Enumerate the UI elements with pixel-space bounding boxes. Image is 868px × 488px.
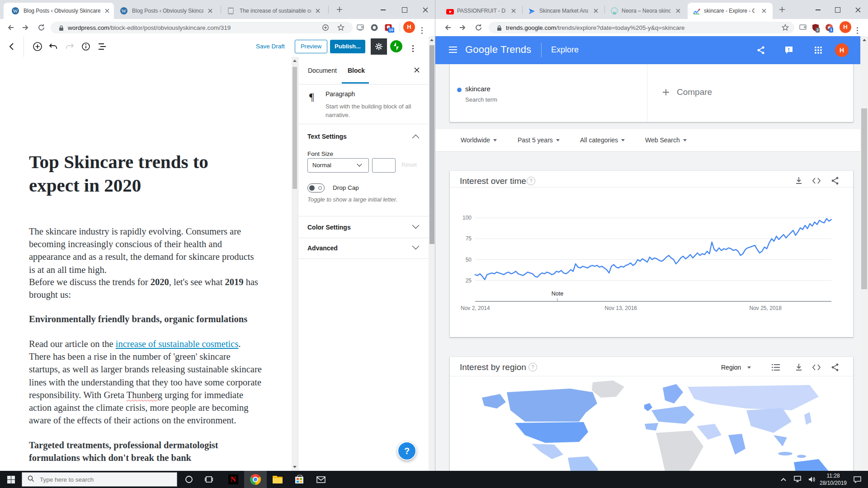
taskbar-search[interactable]	[22, 472, 177, 487]
embed-icon[interactable]	[811, 176, 821, 187]
block-inserter-icon[interactable]	[33, 42, 42, 53]
close-tab-icon[interactable]	[761, 8, 767, 14]
zoom-page-icon[interactable]	[322, 24, 329, 33]
category-filter[interactable]: All categories	[580, 136, 625, 144]
maximize-button[interactable]	[831, 5, 844, 14]
paragraph-block[interactable]: The skincare industry is rapidly evolvin…	[29, 225, 262, 276]
close-tab-icon[interactable]	[593, 8, 599, 14]
reset-button[interactable]: Reset	[401, 161, 417, 168]
preview-button[interactable]: Preview	[295, 40, 327, 53]
maximize-button[interactable]	[398, 5, 411, 14]
editor-more-menu-icon[interactable]	[412, 43, 414, 51]
scroll-up-arrow[interactable]	[863, 39, 866, 41]
chrome-taskbar-icon[interactable]	[244, 471, 267, 488]
new-tab-button[interactable]	[777, 5, 787, 14]
close-tab-icon[interactable]	[315, 8, 321, 14]
minimize-button[interactable]	[811, 5, 825, 14]
taskbar-clock[interactable]: 11:28 28/10/2019	[819, 472, 847, 487]
list-view-icon[interactable]	[772, 364, 780, 373]
netflix-taskbar-icon[interactable]: N	[223, 471, 243, 488]
minimize-button[interactable]	[376, 5, 390, 14]
chrome-menu-icon[interactable]	[421, 25, 429, 33]
new-tab-button[interactable]	[335, 5, 344, 14]
color-settings-panel-header[interactable]: Color Settings	[298, 216, 429, 238]
add-comparison-button[interactable]: Compare	[658, 86, 793, 100]
scrollbar-thumb[interactable]	[292, 67, 297, 189]
tab-blog-posts-2[interactable]: W Blog Posts ‹ Obviously Skincare –	[115, 3, 219, 19]
content-structure-icon[interactable]	[81, 42, 90, 53]
reload-icon[interactable]	[475, 23, 483, 32]
network-tray-icon[interactable]	[790, 471, 805, 488]
file-explorer-icon[interactable]	[268, 471, 288, 488]
mail-icon[interactable]	[311, 471, 331, 488]
share-icon[interactable]	[756, 46, 765, 56]
help-icon[interactable]: ?	[528, 363, 537, 371]
cortana-button[interactable]	[179, 471, 199, 488]
scrollbar-thumb[interactable]	[429, 45, 434, 244]
time-filter[interactable]: Past 5 years	[518, 136, 560, 144]
geo-filter[interactable]: Worldwide	[461, 136, 497, 144]
paragraph-block[interactable]: Read our article on the increase of sust…	[29, 338, 262, 427]
editor-scrollbar[interactable]	[292, 57, 298, 471]
google-apps-grid-icon[interactable]	[814, 46, 822, 56]
nav-explore[interactable]: Explore	[551, 45, 579, 55]
help-bubble-button[interactable]: ?	[397, 441, 416, 460]
account-avatar[interactable]: H	[835, 43, 849, 57]
scrollbar-thumb[interactable]	[861, 108, 867, 289]
dark-circle-extension-icon[interactable]	[370, 23, 378, 32]
sustainable-cosmetics-link[interactable]: increase of sustainable cosmetics	[116, 339, 239, 349]
heading-block[interactable]: Environmentally friendly brands, organic…	[29, 313, 262, 325]
scroll-down-arrow[interactable]	[293, 466, 297, 468]
tab-passionfruit[interactable]: PASSIONFRUIT - DRA	[442, 3, 521, 19]
heading-block[interactable]: Targeted treatments, professional dermat…	[29, 439, 262, 464]
redo-icon[interactable]	[65, 42, 74, 53]
microsoft-store-icon[interactable]	[289, 471, 309, 488]
volume-tray-icon[interactable]	[805, 471, 819, 488]
close-sidebar-icon[interactable]	[413, 66, 420, 75]
trends-logo[interactable]: Google Trends	[465, 44, 531, 56]
hamburger-menu-icon[interactable]	[449, 47, 457, 47]
text-settings-panel-header[interactable]: Text Settings	[298, 124, 429, 149]
close-tab-icon[interactable]	[675, 8, 681, 14]
close-tab-icon[interactable]	[104, 8, 110, 14]
close-tab-icon[interactable]	[207, 8, 213, 14]
download-icon[interactable]	[794, 176, 803, 187]
tray-expand-chevron[interactable]	[777, 471, 790, 488]
scroll-up-arrow[interactable]	[293, 60, 297, 62]
jetpack-button[interactable]	[390, 40, 402, 52]
tab-trends-active[interactable]: skincare - Explore - G	[688, 3, 773, 19]
editor-canvas[interactable]: Top Skincare trends to expect in 2020 Th…	[0, 57, 292, 471]
close-window-button[interactable]	[419, 5, 432, 14]
tab-block[interactable]: Block	[348, 67, 365, 74]
back-to-posts-icon[interactable]	[7, 42, 16, 53]
action-center-icon[interactable]	[849, 471, 865, 488]
help-icon[interactable]: ?	[527, 177, 535, 185]
back-icon[interactable]	[6, 23, 14, 32]
font-size-input[interactable]	[372, 158, 396, 173]
media-mute-extension-icon[interactable]	[799, 23, 807, 32]
drop-cap-toggle[interactable]	[307, 183, 325, 192]
settings-gear-button[interactable]	[371, 38, 387, 55]
post-title[interactable]: Top Skincare trends to expect in 2020	[29, 150, 246, 197]
feedback-icon[interactable]	[784, 46, 793, 56]
region-selector[interactable]: Region	[721, 364, 751, 371]
search-type-filter[interactable]: Web Search	[645, 136, 687, 144]
back-icon[interactable]	[443, 23, 452, 32]
tab-neora[interactable]: N Neora – Neora skincar	[606, 3, 686, 19]
publish-button[interactable]: Publish...	[330, 40, 365, 53]
reload-icon[interactable]	[38, 23, 46, 32]
font-size-select[interactable]: Normal	[307, 158, 369, 173]
save-draft-button[interactable]: Save Draft	[256, 43, 285, 50]
undo-icon[interactable]	[49, 42, 58, 53]
shield-extension-icon[interactable]: 2	[811, 23, 820, 32]
paragraph-block[interactable]: Before we discuss the trends for 2020, l…	[29, 276, 262, 301]
start-button[interactable]	[0, 471, 22, 488]
tab-sustainable-article[interactable]: The increase of sustainable cosm	[222, 3, 326, 19]
search-input[interactable]	[39, 476, 167, 483]
share-icon[interactable]	[830, 363, 840, 374]
download-icon[interactable]	[794, 363, 803, 374]
tab-skincare-market[interactable]: Skincare Market Analy	[524, 3, 604, 19]
page-scrollbar[interactable]	[429, 36, 435, 471]
forward-icon[interactable]	[22, 23, 30, 32]
task-view-button[interactable]	[199, 471, 219, 488]
